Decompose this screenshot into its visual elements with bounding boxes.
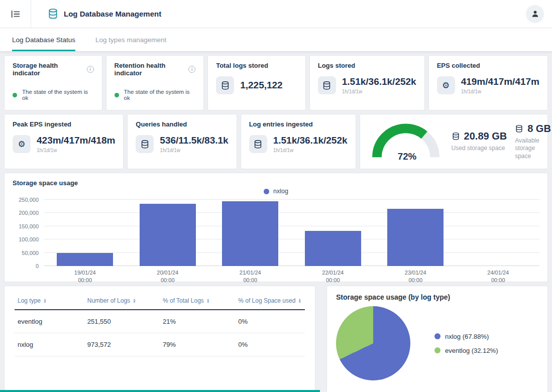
gear-icon: ⚙: [13, 135, 31, 153]
legend-dot-nxlog: [434, 333, 440, 339]
sort-icon[interactable]: ▲▼: [43, 298, 47, 304]
storage-by-log-type-card: Storage space usage (by log type) nxlog …: [326, 286, 548, 392]
database-icon: [136, 135, 154, 153]
page-title-group: Log Database Management: [31, 8, 161, 20]
database-icon: [318, 76, 336, 94]
metric-value: 419m/417m/417m: [461, 76, 539, 87]
cell-pct-log-space-used: 0%: [235, 310, 305, 333]
used-storage-label: Used storage space: [452, 145, 507, 153]
card-title: Retention health indicator: [115, 62, 186, 77]
y-tick: 200,000: [19, 210, 39, 216]
info-icon[interactable]: [87, 66, 94, 73]
cell-pct-total-logs: 79%: [160, 333, 235, 356]
eps-collected-card: EPS collected ⚙ 419m/417m/417m 1h/1d/1w: [428, 55, 548, 110]
metric-value: 423m/417m/418m: [37, 135, 115, 146]
horizontal-scrollbar-thumb[interactable]: [0, 390, 320, 392]
available-storage-label: Available storage space: [515, 137, 551, 161]
bar-22-01-24[interactable]: [305, 231, 361, 266]
sidebar-toggle-button[interactable]: [0, 0, 31, 28]
metric-value: 1,225,122: [240, 80, 283, 91]
bar-21-01-24[interactable]: [222, 201, 278, 266]
storage-icon: [515, 124, 523, 133]
sort-icon[interactable]: ▲▼: [206, 298, 210, 304]
user-profile-button[interactable]: [526, 5, 544, 23]
legend-label: eventlog (32.12%): [445, 347, 498, 354]
pie-chart-title: Storage space usage (by log type): [336, 293, 450, 301]
metric-period: 1h/1d/1w: [461, 89, 539, 94]
retention-health-card: Retention health indicator The state of …: [106, 55, 204, 110]
tab-bar: Log Database Status Log types management: [0, 28, 552, 51]
pie-legend-item-nxlog[interactable]: nxlog (67.88%): [434, 333, 498, 340]
log-types-table-card: Log type▲▼ Number of Logs▲▼ % of Total L…: [4, 286, 315, 392]
storage-icon: [452, 132, 460, 141]
y-axis: 0 50,000 100,000 150,000 200,000 250,000: [13, 200, 44, 266]
pie-legend-item-eventlog[interactable]: eventlog (32.12%): [434, 347, 498, 354]
logs-stored-card: Logs stored 1.51k/36.1k/252k 1h/1d/1w: [309, 55, 425, 110]
storage-pie-chart[interactable]: [336, 306, 410, 380]
chart-title: Storage space usage: [13, 179, 78, 187]
x-tick: 20/01/2400:00: [127, 269, 209, 284]
database-icon: [47, 8, 59, 20]
x-tick: 24/01/2400:00: [457, 269, 540, 284]
log-entries-ingested-card: Log entries ingested 1.51k/36.1k/252k 1h…: [241, 114, 356, 169]
total-logs-card: Total logs stored 1,225,122: [207, 55, 306, 110]
cell-log-type: eventlog: [15, 310, 84, 333]
column-header-pct-log-space-used[interactable]: % of Log Space used▲▼: [238, 297, 301, 304]
legend-label-nxlog: nxlog: [273, 188, 288, 195]
card-title: Queries handled: [136, 120, 187, 128]
y-tick: 150,000: [19, 223, 39, 229]
bar-chart-legend[interactable]: nxlog: [13, 188, 539, 195]
bar-19-01-24[interactable]: [57, 253, 113, 266]
metric-value: 1.51k/36.1k/252k: [342, 76, 416, 87]
status-ok-dot: [13, 93, 17, 97]
y-tick: 100,000: [19, 236, 39, 242]
queries-handled-card: Queries handled 536/11.5k/83.1k 1h/1d/1w: [127, 114, 237, 169]
bar-23-01-24[interactable]: [387, 209, 444, 266]
metrics-row-1: Storage health indicator The state of th…: [4, 55, 548, 110]
y-tick: 50,000: [22, 250, 39, 256]
cell-number-of-logs: 973,572: [84, 333, 160, 356]
legend-dot-eventlog: [434, 347, 440, 353]
card-title: Peak EPS ingested: [13, 120, 71, 128]
x-tick: 23/01/2400:00: [374, 269, 457, 284]
sort-icon[interactable]: ▲▼: [133, 298, 136, 304]
table-row: nxlog 973,572 79% 0%: [15, 333, 305, 356]
storage-health-card: Storage health indicator The state of th…: [4, 55, 102, 110]
user-icon: [530, 9, 540, 19]
available-storage-value: 8 GB: [527, 123, 551, 135]
x-tick: 19/01/2400:00: [44, 269, 127, 284]
metric-period: 1h/1d/1w: [37, 148, 115, 153]
bar-20-01-24[interactable]: [140, 204, 196, 266]
metric-period: 1h/1d/1w: [342, 89, 416, 94]
used-storage-stat: 20.89 GB Used storage space: [452, 130, 507, 153]
metric-value: 1.51k/36.1k/252k: [273, 135, 348, 146]
storage-gauge-card: 72% 20.89 GB Used storage space 8 GB Ava…: [360, 114, 548, 169]
pie-legend: nxlog (67.88%) eventlog (32.12%): [434, 333, 498, 354]
column-header-pct-total-logs[interactable]: % of Total Logs▲▼: [163, 297, 210, 304]
bar-chart: 0 50,000 100,000 150,000 200,000 250,000: [13, 200, 539, 266]
menu-fold-icon: [10, 9, 21, 20]
card-title: Storage health indicator: [13, 62, 84, 77]
x-tick: 22/01/2400:00: [292, 269, 375, 284]
x-tick: 21/01/2400:00: [209, 269, 292, 284]
available-storage-stat: 8 GB Available storage space: [515, 123, 551, 161]
tab-log-database-status[interactable]: Log Database Status: [12, 28, 75, 51]
dashboard-content: Storage health indicator The state of th…: [0, 51, 552, 392]
sort-icon[interactable]: ▲▼: [298, 298, 301, 304]
x-axis: 19/01/2400:00 20/01/2400:00 21/01/2400:0…: [44, 269, 539, 284]
database-icon: [249, 135, 267, 153]
card-title: Total logs stored: [216, 62, 268, 69]
metrics-row-2: Peak EPS ingested ⚙ 423m/417m/418m 1h/1d…: [4, 114, 548, 169]
info-icon[interactable]: [188, 66, 195, 73]
database-icon: [216, 76, 234, 94]
column-header-log-type[interactable]: Log type▲▼: [18, 297, 47, 304]
legend-dot-nxlog: [264, 189, 269, 194]
status-ok-dot: [115, 93, 119, 97]
legend-label: nxlog (67.88%): [445, 333, 489, 340]
metric-period: 1h/1d/1w: [160, 148, 228, 153]
column-header-number-of-logs[interactable]: Number of Logs▲▼: [87, 297, 136, 304]
used-storage-value: 20.89 GB: [464, 130, 507, 142]
log-types-table: Log type▲▼ Number of Logs▲▼ % of Total L…: [15, 290, 305, 356]
y-tick: 0: [36, 263, 39, 269]
tab-log-types-management[interactable]: Log types management: [95, 28, 166, 51]
